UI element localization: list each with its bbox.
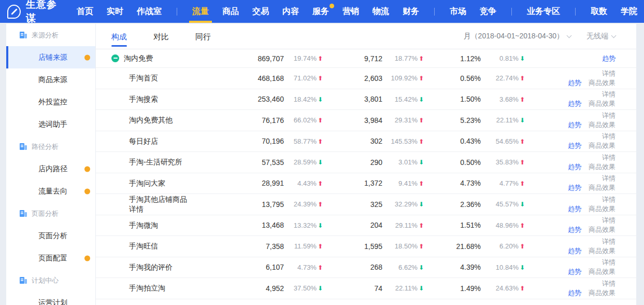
nav-item[interactable]: 取数 [584, 0, 614, 23]
trend-link[interactable]: 趋势 [568, 225, 581, 234]
detail-link[interactable]: 详情 [602, 153, 616, 162]
conversion-rate-value: 4.73% [424, 179, 481, 187]
nav-item[interactable]: 服务 [306, 0, 336, 23]
detail-link[interactable]: 详情 [602, 216, 616, 225]
actions-cell: 详情趋势商品效果 [525, 132, 616, 150]
trend-link[interactable]: 趋势 [568, 120, 581, 130]
nav-item[interactable]: 市场 [443, 0, 473, 23]
conversion-rate-value: 0.56% [424, 74, 481, 82]
detail-link[interactable]: 详情 [602, 69, 616, 78]
sidebar-group-label: 计划中心 [32, 276, 59, 285]
sidebar-group-title: 来源分析 [6, 24, 95, 46]
change-value: 32.29% [395, 200, 418, 208]
detail-link[interactable]: 详情 [602, 279, 616, 288]
nav-item[interactable]: 学院 [614, 0, 644, 23]
change-cell: 145.53%⬆ [382, 137, 424, 145]
detail-link[interactable]: 详情 [602, 174, 616, 183]
effect-link[interactable]: 商品效果 [589, 183, 616, 192]
nav-item[interactable]: 竞争 [473, 0, 503, 23]
detail-link[interactable]: 详情 [602, 237, 616, 246]
change-value: 109.92% [391, 74, 418, 82]
detail-link[interactable]: 详情 [602, 90, 616, 99]
date-range-selector[interactable]: 月（2018-04-01~2018-04-30） [464, 32, 571, 41]
sidebar-item[interactable]: 页面分析 [6, 225, 95, 247]
trend-link[interactable]: 趋势 [568, 141, 581, 150]
effect-link[interactable]: 商品效果 [589, 225, 616, 234]
arrow-down-icon: ⬇ [318, 222, 323, 229]
sidebar-group-label: 路径分析 [32, 142, 59, 151]
tab[interactable]: 对比 [153, 24, 169, 49]
source-name: 手淘其他店铺商品详情 [129, 195, 190, 214]
nav-item[interactable]: 物流 [366, 0, 396, 23]
effect-link[interactable]: 商品效果 [589, 78, 616, 88]
nav-item[interactable]: 实时 [100, 0, 130, 23]
sidebar-item[interactable]: 店内路径 [6, 158, 95, 180]
effect-link[interactable]: 商品效果 [589, 141, 616, 150]
detail-link[interactable]: 详情 [602, 132, 616, 141]
nav-item[interactable]: 内容 [276, 0, 306, 23]
tabs: 构成对比同行 [111, 24, 237, 49]
source-name: 每日好店 [129, 136, 158, 146]
nav-item[interactable]: 流量 [185, 0, 216, 23]
trend-link[interactable]: 趋势 [568, 246, 581, 256]
change-value: 48.96% [496, 221, 519, 229]
nav-item[interactable]: 商品 [216, 0, 246, 23]
detail-link[interactable]: 详情 [602, 195, 616, 204]
building-icon [20, 143, 27, 150]
effect-link[interactable]: 商品效果 [589, 162, 616, 172]
brand[interactable]: 生意参谋 [0, 0, 70, 25]
trend-link[interactable]: 趋势 [568, 204, 581, 214]
table-row: 详情 [96, 299, 636, 305]
trend-link[interactable]: 趋势 [568, 288, 581, 298]
sidebar-item[interactable]: 选词助手 [6, 113, 95, 135]
sidebar-item[interactable]: 商品来源 [6, 68, 95, 91]
change-value: 4.77% [499, 179, 519, 187]
change-value: 4.43% [297, 179, 317, 187]
collapse-toggle-icon[interactable] [111, 54, 119, 62]
terminal-selector[interactable]: 无线端 [586, 32, 616, 41]
action-line: 详情 [602, 132, 616, 141]
effect-link[interactable]: 商品效果 [589, 99, 616, 108]
detail-link[interactable]: 详情 [602, 258, 616, 267]
effect-link[interactable]: 商品效果 [589, 267, 616, 276]
arrow-up-icon: ⬆ [520, 159, 525, 166]
trend-link[interactable]: 趋势 [568, 99, 581, 108]
change-cell: 45.57%⬇ [481, 200, 525, 208]
nav-item[interactable]: 营销 [336, 0, 366, 23]
arrow-down-icon: ⬇ [419, 159, 424, 166]
source-name: 手淘旺信 [129, 241, 158, 251]
change-cell: 13.32%⬇ [284, 221, 323, 229]
conversion-rate-value: 21.68% [424, 242, 481, 251]
nav-item[interactable]: 业务专区 [520, 0, 567, 23]
arrow-up-icon: ⬆ [520, 222, 525, 229]
arrow-down-icon: ⬇ [419, 264, 424, 271]
conversion-rate-value: 1.50% [424, 95, 481, 103]
trend-link[interactable]: 趋势 [568, 183, 581, 192]
sidebar-item[interactable]: 流量去向 [6, 180, 95, 202]
detail-link[interactable]: 详情 [602, 111, 616, 120]
tab[interactable]: 构成 [111, 24, 127, 49]
arrow-up-icon: ⬆ [419, 75, 424, 82]
toolbar: 构成对比同行 月（2018-04-01~2018-04-30） 无线端 [96, 24, 636, 49]
trend-link[interactable]: 趋势 [568, 162, 581, 172]
source-name-cell: 手淘问大家 [111, 178, 227, 188]
trend-link[interactable]: 趋势 [568, 78, 581, 88]
sidebar-item[interactable]: 外投监控 [6, 91, 95, 113]
nav-item[interactable]: 首页 [70, 0, 100, 23]
nav-item[interactable]: 财务 [396, 0, 426, 23]
trend-link[interactable]: 趋势 [602, 54, 616, 63]
arrow-up-icon: ⬆ [318, 138, 323, 145]
effect-link[interactable]: 商品效果 [589, 288, 616, 298]
effect-link[interactable]: 商品效果 [589, 204, 616, 214]
sidebar-item[interactable]: 店铺来源 [6, 46, 95, 68]
effect-link[interactable]: 商品效果 [589, 120, 616, 130]
sidebar-group-title: 计划中心 [6, 269, 95, 292]
effect-link[interactable]: 商品效果 [589, 246, 616, 256]
nav-item[interactable]: 作战室 [130, 0, 168, 23]
nav-item[interactable]: 交易 [246, 0, 276, 23]
trend-link[interactable]: 趋势 [568, 267, 581, 276]
sidebar-item[interactable]: 页面配置 [6, 247, 95, 269]
tab[interactable]: 同行 [195, 24, 211, 49]
change-value: 19.74% [294, 54, 317, 62]
sidebar-item[interactable]: 运营计划 [6, 292, 95, 305]
